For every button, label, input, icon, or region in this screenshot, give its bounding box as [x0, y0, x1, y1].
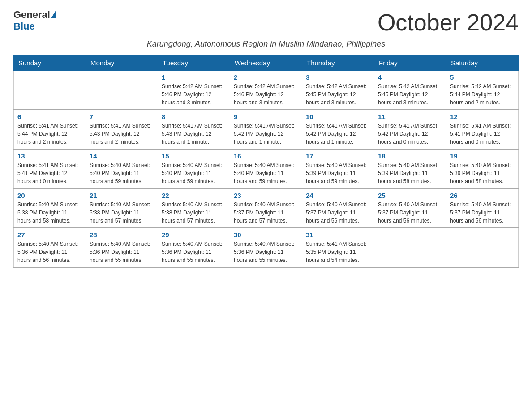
day-info: Sunrise: 5:41 AM Sunset: 5:41 PM Dayligh… [17, 161, 82, 185]
day-number: 8 [162, 113, 226, 120]
day-info: Sunrise: 5:40 AM Sunset: 5:36 PM Dayligh… [234, 240, 298, 264]
day-number: 1 [162, 73, 226, 81]
day-number: 18 [378, 152, 442, 160]
day-info: Sunrise: 5:40 AM Sunset: 5:38 PM Dayligh… [90, 201, 154, 225]
day-number: 15 [162, 152, 226, 160]
logo-blue: Blue [13, 21, 35, 32]
calendar-cell: 22Sunrise: 5:40 AM Sunset: 5:38 PM Dayli… [158, 188, 230, 228]
day-info: Sunrise: 5:42 AM Sunset: 5:46 PM Dayligh… [234, 82, 298, 107]
weekday-header: Sunday [14, 56, 86, 71]
logo: General Blue [13, 9, 56, 32]
day-info: Sunrise: 5:40 AM Sunset: 5:39 PM Dayligh… [378, 161, 442, 185]
day-info: Sunrise: 5:40 AM Sunset: 5:37 PM Dayligh… [306, 201, 370, 225]
weekday-header: Thursday [302, 56, 374, 71]
calendar-cell: 23Sunrise: 5:40 AM Sunset: 5:37 PM Dayli… [230, 188, 302, 228]
day-info: Sunrise: 5:40 AM Sunset: 5:37 PM Dayligh… [450, 201, 515, 225]
day-number: 23 [234, 192, 298, 199]
day-number: 5 [450, 73, 515, 81]
calendar-cell: 26Sunrise: 5:40 AM Sunset: 5:37 PM Dayli… [446, 188, 519, 228]
logo-general: General [13, 9, 50, 21]
day-number: 19 [450, 152, 515, 160]
weekday-header: Monday [86, 56, 158, 71]
day-info: Sunrise: 5:41 AM Sunset: 5:35 PM Dayligh… [306, 240, 370, 264]
day-info: Sunrise: 5:41 AM Sunset: 5:43 PM Dayligh… [162, 122, 226, 146]
calendar-body: 1Sunrise: 5:42 AM Sunset: 5:46 PM Daylig… [14, 71, 519, 268]
day-info: Sunrise: 5:41 AM Sunset: 5:41 PM Dayligh… [450, 122, 515, 146]
day-number: 17 [306, 152, 370, 160]
day-number: 25 [378, 192, 442, 199]
day-info: Sunrise: 5:40 AM Sunset: 5:38 PM Dayligh… [17, 201, 82, 225]
calendar-cell: 27Sunrise: 5:40 AM Sunset: 5:36 PM Dayli… [14, 228, 86, 267]
calendar-cell: 7Sunrise: 5:41 AM Sunset: 5:43 PM Daylig… [86, 110, 158, 149]
calendar-cell: 17Sunrise: 5:40 AM Sunset: 5:39 PM Dayli… [302, 149, 374, 188]
weekday-header: Saturday [446, 56, 519, 71]
day-info: Sunrise: 5:40 AM Sunset: 5:37 PM Dayligh… [234, 201, 298, 225]
calendar-cell: 31Sunrise: 5:41 AM Sunset: 5:35 PM Dayli… [302, 228, 374, 267]
day-number: 10 [306, 113, 370, 120]
day-info: Sunrise: 5:40 AM Sunset: 5:36 PM Dayligh… [17, 240, 82, 264]
day-number: 26 [450, 192, 515, 199]
subtitle: Karungdong, Autonomous Region in Muslim … [13, 39, 519, 49]
calendar-cell: 16Sunrise: 5:40 AM Sunset: 5:40 PM Dayli… [230, 149, 302, 188]
logo-triangle-icon [51, 9, 56, 18]
day-info: Sunrise: 5:40 AM Sunset: 5:39 PM Dayligh… [450, 161, 515, 185]
day-number: 30 [234, 231, 298, 239]
calendar-week-row: 20Sunrise: 5:40 AM Sunset: 5:38 PM Dayli… [14, 188, 519, 228]
day-info: Sunrise: 5:42 AM Sunset: 5:46 PM Dayligh… [162, 82, 226, 107]
calendar-cell [14, 71, 86, 110]
calendar-cell: 30Sunrise: 5:40 AM Sunset: 5:36 PM Dayli… [230, 228, 302, 267]
day-number: 7 [90, 113, 154, 120]
calendar-cell: 11Sunrise: 5:41 AM Sunset: 5:42 PM Dayli… [374, 110, 446, 149]
calendar-week-row: 27Sunrise: 5:40 AM Sunset: 5:36 PM Dayli… [14, 228, 519, 267]
calendar-cell: 20Sunrise: 5:40 AM Sunset: 5:38 PM Dayli… [14, 188, 86, 228]
weekday-header: Wednesday [230, 56, 302, 71]
day-info: Sunrise: 5:40 AM Sunset: 5:37 PM Dayligh… [378, 201, 442, 225]
calendar-cell: 9Sunrise: 5:41 AM Sunset: 5:42 PM Daylig… [230, 110, 302, 149]
calendar-week-row: 1Sunrise: 5:42 AM Sunset: 5:46 PM Daylig… [14, 71, 519, 110]
day-info: Sunrise: 5:41 AM Sunset: 5:42 PM Dayligh… [234, 122, 298, 146]
calendar-cell: 15Sunrise: 5:40 AM Sunset: 5:40 PM Dayli… [158, 149, 230, 188]
calendar-cell: 5Sunrise: 5:42 AM Sunset: 5:44 PM Daylig… [446, 71, 519, 110]
day-number: 9 [234, 113, 298, 120]
calendar-cell: 28Sunrise: 5:40 AM Sunset: 5:36 PM Dayli… [86, 228, 158, 267]
day-number: 29 [162, 231, 226, 239]
day-info: Sunrise: 5:40 AM Sunset: 5:40 PM Dayligh… [234, 161, 298, 185]
calendar-cell: 21Sunrise: 5:40 AM Sunset: 5:38 PM Dayli… [86, 188, 158, 228]
day-info: Sunrise: 5:40 AM Sunset: 5:36 PM Dayligh… [90, 240, 154, 264]
calendar-header-row: SundayMondayTuesdayWednesdayThursdayFrid… [14, 56, 519, 71]
day-number: 6 [17, 113, 82, 120]
calendar-cell: 19Sunrise: 5:40 AM Sunset: 5:39 PM Dayli… [446, 149, 519, 188]
weekday-header: Tuesday [158, 56, 230, 71]
day-number: 20 [17, 192, 82, 199]
calendar-cell [86, 71, 158, 110]
day-number: 28 [90, 231, 154, 239]
day-number: 27 [17, 231, 82, 239]
day-info: Sunrise: 5:40 AM Sunset: 5:36 PM Dayligh… [162, 240, 226, 264]
day-number: 4 [378, 73, 442, 81]
day-info: Sunrise: 5:42 AM Sunset: 5:44 PM Dayligh… [450, 82, 515, 107]
weekday-header: Friday [374, 56, 446, 71]
day-number: 2 [234, 73, 298, 81]
calendar-cell: 4Sunrise: 5:42 AM Sunset: 5:45 PM Daylig… [374, 71, 446, 110]
day-number: 3 [306, 73, 370, 81]
calendar-cell: 1Sunrise: 5:42 AM Sunset: 5:46 PM Daylig… [158, 71, 230, 110]
day-number: 13 [17, 152, 82, 160]
day-info: Sunrise: 5:41 AM Sunset: 5:42 PM Dayligh… [378, 122, 442, 146]
calendar-cell: 8Sunrise: 5:41 AM Sunset: 5:43 PM Daylig… [158, 110, 230, 149]
calendar-week-row: 13Sunrise: 5:41 AM Sunset: 5:41 PM Dayli… [14, 149, 519, 188]
calendar-week-row: 6Sunrise: 5:41 AM Sunset: 5:44 PM Daylig… [14, 110, 519, 149]
day-number: 22 [162, 192, 226, 199]
day-info: Sunrise: 5:42 AM Sunset: 5:45 PM Dayligh… [306, 82, 370, 107]
page-header: General Blue October 2024 [13, 9, 519, 36]
day-info: Sunrise: 5:40 AM Sunset: 5:40 PM Dayligh… [90, 161, 154, 185]
page-title: October 2024 [378, 9, 519, 36]
calendar-cell: 18Sunrise: 5:40 AM Sunset: 5:39 PM Dayli… [374, 149, 446, 188]
calendar-cell: 13Sunrise: 5:41 AM Sunset: 5:41 PM Dayli… [14, 149, 86, 188]
day-info: Sunrise: 5:40 AM Sunset: 5:39 PM Dayligh… [306, 161, 370, 185]
calendar-cell [374, 228, 446, 267]
calendar-cell: 2Sunrise: 5:42 AM Sunset: 5:46 PM Daylig… [230, 71, 302, 110]
calendar-table: SundayMondayTuesdayWednesdayThursdayFrid… [13, 55, 519, 268]
day-info: Sunrise: 5:40 AM Sunset: 5:38 PM Dayligh… [162, 201, 226, 225]
day-number: 14 [90, 152, 154, 160]
calendar-cell: 24Sunrise: 5:40 AM Sunset: 5:37 PM Dayli… [302, 188, 374, 228]
